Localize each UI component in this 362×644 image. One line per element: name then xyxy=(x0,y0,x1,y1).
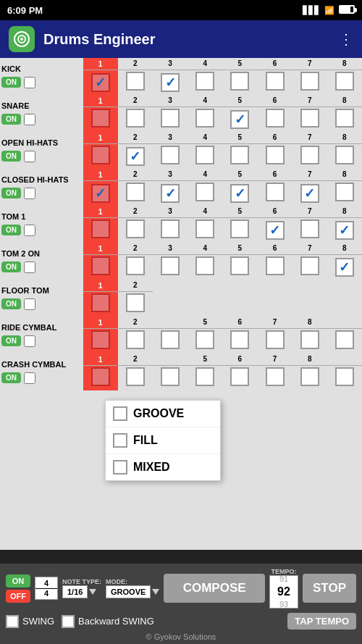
open-hihats-on-button[interactable]: ON xyxy=(1,151,21,162)
kick-beat-2[interactable] xyxy=(118,70,153,96)
cc-beat-7[interactable] xyxy=(257,366,292,391)
clh-beat-8[interactable] xyxy=(327,181,362,206)
snare-checkbox[interactable] xyxy=(24,114,35,125)
cc-check-1[interactable] xyxy=(91,367,110,386)
tom1-check-4[interactable] xyxy=(195,219,214,238)
cc-check-5[interactable] xyxy=(195,367,214,386)
ft-beat-2[interactable] xyxy=(118,292,153,317)
dropdown-groove[interactable]: GROOVE xyxy=(106,401,220,427)
tom2-beat-7[interactable] xyxy=(292,255,327,280)
tom1-beat-1[interactable] xyxy=(83,218,118,243)
kick-beat-1[interactable] xyxy=(83,70,118,96)
oph-check-3[interactable] xyxy=(161,146,180,164)
tom2-beat-3[interactable] xyxy=(153,255,188,280)
closed-hihats-on-button[interactable]: ON xyxy=(1,188,21,198)
snare-check-3[interactable] xyxy=(161,109,180,127)
tom2-check-5[interactable] xyxy=(230,256,249,275)
ride-cymbal-on-button[interactable]: ON xyxy=(1,335,21,346)
note-type-arrow[interactable] xyxy=(89,589,96,595)
oph-check-1[interactable] xyxy=(91,146,110,164)
snare-check-6[interactable] xyxy=(266,109,285,127)
rc-check-2[interactable] xyxy=(126,330,145,349)
rc-beat-extra[interactable] xyxy=(327,329,362,354)
kick-check-2[interactable] xyxy=(126,72,145,91)
tempo-scroll[interactable]: 91 92 93 xyxy=(269,575,298,609)
rc-check-6[interactable] xyxy=(230,330,249,349)
clh-beat-4[interactable] xyxy=(188,181,222,206)
rc-check-1[interactable] xyxy=(91,330,110,349)
rc-check-7[interactable] xyxy=(266,330,285,349)
oph-check-7[interactable] xyxy=(300,146,319,164)
tom2-beat-1[interactable] xyxy=(83,255,118,280)
tom1-check-5[interactable] xyxy=(230,219,249,238)
kick-checkbox[interactable] xyxy=(24,77,35,88)
ft-check-1[interactable] xyxy=(91,293,110,312)
kick-beat-7[interactable] xyxy=(292,70,327,96)
tom1-check-1[interactable] xyxy=(91,219,110,238)
cc-beat-8[interactable] xyxy=(292,366,327,391)
clh-beat-3[interactable] xyxy=(153,181,188,206)
oph-beat-5[interactable] xyxy=(222,144,257,170)
rc-beat-7[interactable] xyxy=(257,329,292,354)
rc-check-extra[interactable] xyxy=(335,330,354,349)
tom2-checkbox[interactable] xyxy=(24,262,35,273)
oph-beat-8[interactable] xyxy=(327,144,362,170)
snare-check-1[interactable] xyxy=(91,109,110,127)
snare-beat-6[interactable] xyxy=(257,107,292,133)
backward-swing-checkbox[interactable] xyxy=(62,615,75,628)
kick-beat-8[interactable] xyxy=(327,70,362,96)
snare-beat-5[interactable] xyxy=(222,107,257,133)
cc-check-2[interactable] xyxy=(126,367,145,386)
tap-tempo-button[interactable]: TAP TEMPO xyxy=(287,613,356,630)
cc-check-8[interactable] xyxy=(300,367,319,386)
clh-beat-2[interactable] xyxy=(118,181,153,206)
oph-beat-3[interactable] xyxy=(153,144,188,170)
cc-beat-2[interactable] xyxy=(118,366,153,391)
kick-beat-5[interactable] xyxy=(222,70,257,96)
mode-arrow[interactable] xyxy=(152,589,159,595)
kick-check-1[interactable] xyxy=(91,73,110,92)
clh-check-3[interactable] xyxy=(161,184,180,203)
snare-beat-4[interactable] xyxy=(188,107,222,133)
stop-button[interactable]: STOP xyxy=(303,574,356,603)
cc-beat-5[interactable] xyxy=(188,366,222,391)
swing-checkbox[interactable] xyxy=(6,615,19,628)
tom1-checkbox[interactable] xyxy=(24,225,35,236)
rc-beat-2[interactable] xyxy=(118,329,153,354)
rc-check-8[interactable] xyxy=(300,330,319,349)
tom2-on-button[interactable]: ON xyxy=(1,262,21,272)
tom2-beat-8[interactable] xyxy=(327,255,362,280)
tom1-on-button[interactable]: ON xyxy=(1,225,21,235)
ft-beat-1[interactable] xyxy=(83,292,118,317)
clh-beat-6[interactable] xyxy=(257,181,292,206)
cc-check-extra[interactable] xyxy=(335,367,354,386)
clh-beat-1[interactable] xyxy=(83,181,118,206)
snare-beat-1[interactable] xyxy=(83,107,118,133)
floor-tom-checkbox[interactable] xyxy=(24,298,35,310)
tom2-check-2[interactable] xyxy=(126,256,145,275)
crash-cymbal-checkbox[interactable] xyxy=(24,372,35,384)
snare-check-7[interactable] xyxy=(300,109,319,127)
kick-check-7[interactable] xyxy=(300,72,319,91)
tom1-beat-7[interactable] xyxy=(292,218,327,243)
clh-beat-5[interactable] xyxy=(222,181,257,206)
tom1-beat-5[interactable] xyxy=(222,218,257,243)
cc-check-3[interactable] xyxy=(161,367,180,386)
tom1-beat-6[interactable] xyxy=(257,218,292,243)
clh-check-8[interactable] xyxy=(335,183,354,201)
kick-check-6[interactable] xyxy=(266,72,285,91)
clh-beat-7[interactable] xyxy=(292,181,327,206)
tom2-check-7[interactable] xyxy=(300,256,319,275)
tom2-check-4[interactable] xyxy=(195,256,214,275)
oph-check-5[interactable] xyxy=(230,146,249,164)
clh-check-2[interactable] xyxy=(126,183,145,201)
kick-check-3[interactable] xyxy=(161,73,180,92)
tom1-beat-3[interactable] xyxy=(153,218,188,243)
oph-check-6[interactable] xyxy=(266,146,285,164)
tom2-beat-4[interactable] xyxy=(188,255,222,280)
oph-beat-1[interactable] xyxy=(83,144,118,170)
snare-check-4[interactable] xyxy=(195,109,214,127)
kick-beat-6[interactable] xyxy=(257,70,292,96)
tom1-beat-2[interactable] xyxy=(118,218,153,243)
oph-beat-4[interactable] xyxy=(188,144,222,170)
